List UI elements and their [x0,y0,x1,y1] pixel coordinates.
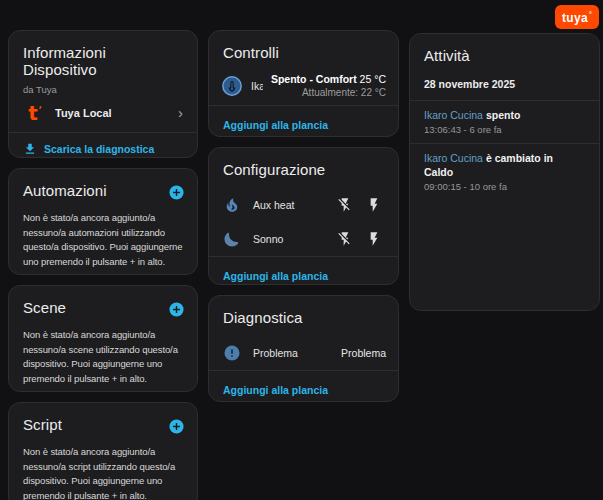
integration-row-tuya-local[interactable]: tʼ Tuya Local › [9,95,197,132]
right-column: Attività 28 novembre 2025 Ikaro Cucina s… [409,33,600,500]
scripts-empty-text: Non è stato/a ancora aggiunto/a nessuno/… [9,439,197,500]
configuration-add-to-dashboard-button[interactable]: Aggiungi alla plancia [223,270,328,282]
device-info-title: Informazioni Dispositivo [9,31,197,84]
climate-state[interactable]: Spento - Comfort 25 °C Attualmente: 22 °… [271,73,386,99]
tuya-integration-icon: tʼ [21,103,45,123]
plus-circle-icon [168,301,185,318]
tuya-logo-text: tuya [562,11,588,25]
chevron-right-icon: › [178,107,183,119]
thermostat-badge-icon[interactable] [221,75,243,97]
fire-icon[interactable] [223,196,241,214]
flash-icon [366,231,382,247]
automations-card: Automazioni Non è stato/a ancora aggiunt… [8,168,198,275]
scripts-title: Script [9,403,62,439]
plus-circle-icon [168,184,185,201]
diagnostics-card: Diagnostica Problema Problema Aggiungi a… [208,295,399,402]
climate-entity-name: Ikaro Cuci... [251,80,263,92]
left-column: Informazioni Dispositivo da Tuya tʼ Tuya… [8,30,198,500]
flash-off-icon [337,231,353,247]
log-entry[interactable]: Ikaro Cucina è cambiato in Caldo 09:00:1… [410,143,599,200]
log-entry[interactable]: Ikaro Cucina spento 13:06:43 - 6 ore fa [410,100,599,143]
aux-heat-off-button[interactable] [337,197,353,213]
middle-column: Controlli Ikaro Cuci... Spento - Comfort… [208,30,399,500]
activity-date: 28 novembre 2025 [410,70,599,100]
sleep-label: Sonno [253,233,325,245]
controls-footer: Aggiungi alla plancia [209,105,398,137]
diagnostics-add-to-dashboard-button[interactable]: Aggiungi alla plancia [223,384,328,396]
flash-icon [366,197,382,213]
log-entity-link[interactable]: Ikaro Cucina [424,109,483,121]
config-row-sleep: Sonno [209,222,398,256]
config-row-aux-heat: Aux heat [209,188,398,222]
aux-heat-label: Aux heat [253,199,325,211]
activity-card: Attività 28 novembre 2025 Ikaro Cucina s… [409,33,600,311]
device-page-content: Informazioni Dispositivo da Tuya tʼ Tuya… [0,28,603,500]
log-timestamp: 09:00:15 - 10 ore fa [424,181,585,192]
alert-circle-icon [223,344,241,362]
activity-title: Attività [410,34,599,70]
log-event: spento [486,109,520,121]
plus-circle-icon [168,418,185,435]
download-icon [23,142,37,156]
aux-heat-on-button[interactable] [366,197,382,213]
tuya-brand-logo: tuya° [555,5,599,29]
configuration-title: Configurazione [209,148,398,188]
flash-off-icon [337,197,353,213]
sleep-off-button[interactable] [337,231,353,247]
top-bar: tuya° [0,0,603,28]
moon-icon[interactable] [223,230,241,248]
automations-title: Automazioni [9,169,107,205]
controls-add-to-dashboard-button[interactable]: Aggiungi alla plancia [223,119,328,131]
add-automation-button[interactable] [168,184,185,201]
configuration-footer: Aggiungi alla plancia [209,256,398,285]
scripts-card: Script Non è stato/a ancora aggiunto/a n… [8,402,198,500]
scenes-empty-text: Non è stato/a ancora aggiunto/a nessuno/… [9,322,197,392]
download-diagnostics-label: Scarica la diagnostica [44,143,154,155]
tuya-logo-mark: ° [589,11,592,18]
device-info-footer: Scarica la diagnostica [9,132,197,158]
diagnostics-title: Diagnostica [209,296,398,336]
sleep-on-button[interactable] [366,231,382,247]
scenes-title: Scene [9,286,66,322]
device-info-subtitle: da Tuya [9,84,197,95]
climate-target-temp: 25 °C [357,73,386,85]
add-script-button[interactable] [168,418,185,435]
integration-name: Tuya Local [55,107,168,119]
log-timestamp: 13:06:43 - 6 ore fa [424,124,585,135]
problem-state-value: Problema [341,347,386,359]
configuration-card: Configurazione Aux heat [208,147,399,285]
activity-card-spacer [410,200,599,310]
diagnostics-footer: Aggiungi alla plancia [209,370,398,402]
controls-title: Controlli [209,31,398,67]
problem-label: Problema [253,347,329,359]
automations-empty-text: Non è stato/a ancora aggiunto/a nessuno/… [9,205,197,275]
climate-entity-row[interactable]: Ikaro Cuci... Spento - Comfort 25 °C Att… [209,67,398,105]
problem-entity-row[interactable]: Problema Problema [209,336,398,370]
scenes-card: Scene Non è stato/a ancora aggiunto/a ne… [8,285,198,392]
device-info-card: Informazioni Dispositivo da Tuya tʼ Tuya… [8,30,198,158]
download-diagnostics-button[interactable]: Scarica la diagnostica [23,142,154,156]
add-scene-button[interactable] [168,301,185,318]
controls-card: Controlli Ikaro Cuci... Spento - Comfort… [208,30,399,137]
climate-state-mode: Spento - Comfort [271,73,357,85]
log-entity-link[interactable]: Ikaro Cucina [424,152,483,164]
climate-current-temp: Attualmente: 22 °C [271,86,386,99]
